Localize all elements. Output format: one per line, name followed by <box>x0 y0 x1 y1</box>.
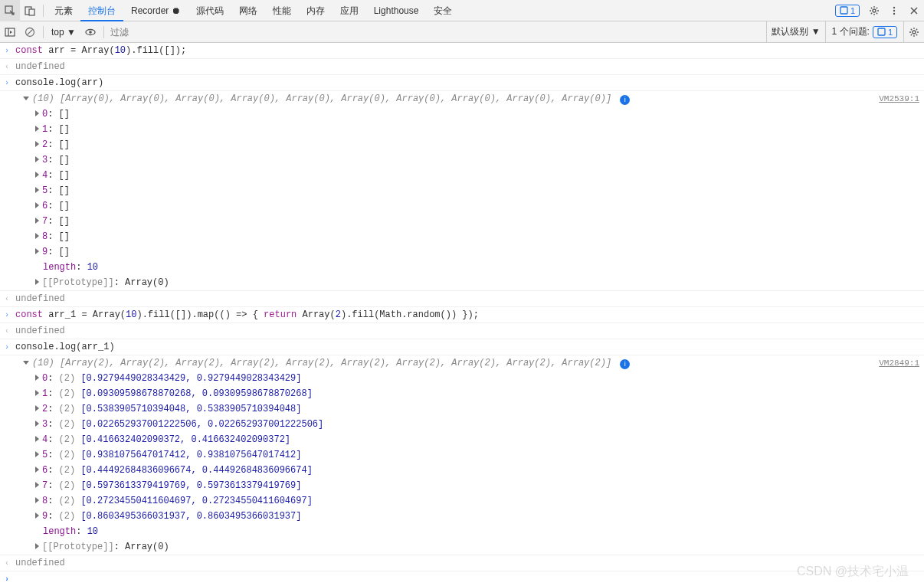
undefined-result: undefined <box>15 292 919 306</box>
expand-toggle-icon[interactable] <box>35 390 39 396</box>
svg-rect-2 <box>29 9 34 15</box>
tree-line[interactable]: length: 10 <box>0 524 924 539</box>
undefined-result: undefined <box>15 324 919 338</box>
expand-toggle-icon[interactable] <box>35 497 39 503</box>
expand-toggle-icon[interactable] <box>35 436 39 442</box>
output-chevron-icon: ‹ <box>5 61 12 74</box>
tree-line[interactable]: 5: (2) [0.9381075647017412, 0.9381075647… <box>0 447 924 463</box>
console-input-line[interactable]: › const arr = Array(10).fill([]); <box>0 43 924 59</box>
expand-toggle-icon[interactable] <box>35 141 39 147</box>
tree-line[interactable]: 4: (2) [0.416632402090372, 0.41663240209… <box>0 432 924 447</box>
input-chevron-icon: › <box>5 309 12 322</box>
tree-line[interactable]: [[Prototype]]: Array(0) <box>0 275 924 291</box>
info-icon[interactable]: i <box>620 359 630 369</box>
tab-安全[interactable]: 安全 <box>426 0 460 21</box>
expand-toggle-icon[interactable] <box>35 110 39 116</box>
issue-count[interactable]: 1 个问题: 1 <box>826 21 904 43</box>
console-input-line[interactable]: › console.log(arr) <box>0 75 924 91</box>
tab-应用[interactable]: 应用 <box>333 0 366 21</box>
log-level-selector[interactable]: 默认级别 ▼ <box>766 21 825 43</box>
expand-toggle-icon[interactable] <box>35 156 39 162</box>
issues-badge[interactable]: 1 <box>835 5 860 17</box>
clear-console-icon[interactable] <box>20 21 40 43</box>
console-log-line[interactable]: (10) [Array(2), Array(2), Array(2), Arra… <box>0 355 924 371</box>
tabs-container: 元素控制台Recorder ⏺源代码网络性能内存应用Lighthouse安全 <box>47 0 460 21</box>
devtools-toolbar: 元素控制台Recorder ⏺源代码网络性能内存应用Lighthouse安全 1 <box>0 0 924 21</box>
input-chevron-icon: › <box>5 341 12 355</box>
tree-line[interactable]: 4: [] <box>0 168 924 183</box>
console-input-line[interactable]: › console.log(arr_1) <box>0 339 924 355</box>
expand-toggle-icon[interactable] <box>35 375 39 381</box>
expand-toggle-icon[interactable] <box>35 405 39 411</box>
console-input-line[interactable]: › const arr_1 = Array(10).fill([]).map((… <box>0 307 924 323</box>
expand-toggle-icon[interactable] <box>35 218 39 224</box>
close-icon[interactable] <box>904 0 924 21</box>
live-expression-icon[interactable] <box>80 21 100 43</box>
console-output: › const arr = Array(10).fill([]); ‹ unde… <box>0 43 924 586</box>
tab-Lighthouse[interactable]: Lighthouse <box>366 0 427 21</box>
console-prompt[interactable]: › <box>0 571 924 586</box>
console-settings-icon[interactable] <box>904 21 924 43</box>
info-icon[interactable]: i <box>620 95 630 105</box>
console-result-line: ‹ undefined <box>0 555 924 571</box>
svg-point-5 <box>893 6 895 8</box>
tree-line[interactable]: [[Prototype]]: Array(0) <box>0 539 924 555</box>
expand-toggle-icon[interactable] <box>35 233 39 239</box>
tree-line[interactable]: 9: (2) [0.8603495366031937, 0.8603495366… <box>0 509 924 524</box>
more-icon[interactable] <box>884 0 904 21</box>
tree-line[interactable]: 3: [] <box>0 152 924 168</box>
expand-toggle-icon[interactable] <box>35 126 39 132</box>
tree-line[interactable]: 1: [] <box>0 122 924 137</box>
tab-网络[interactable]: 网络 <box>231 0 265 21</box>
expand-toggle-icon[interactable] <box>35 451 39 457</box>
expand-toggle-icon[interactable] <box>35 279 39 285</box>
filter-input[interactable] <box>107 24 766 41</box>
source-link[interactable]: VM2849:1 <box>863 356 919 370</box>
svg-marker-10 <box>10 31 12 34</box>
array-tree: 0: []1: []2: []3: []4: []5: []6: []7: []… <box>0 106 924 260</box>
source-link[interactable]: VM2539:1 <box>863 92 919 106</box>
input-chevron-icon: › <box>5 44 12 58</box>
expand-toggle-icon[interactable] <box>35 421 39 427</box>
device-icon[interactable] <box>20 0 40 21</box>
expand-toggle-icon[interactable] <box>35 543 39 549</box>
tree-line[interactable]: 3: (2) [0.022652937001222506, 0.02265293… <box>0 417 924 432</box>
expand-toggle-icon[interactable] <box>35 172 39 178</box>
tab-源代码[interactable]: 源代码 <box>188 0 231 21</box>
expand-toggle-icon[interactable] <box>23 361 29 365</box>
tree-line[interactable]: 6: [] <box>0 198 924 214</box>
expand-toggle-icon[interactable] <box>23 97 29 100</box>
expand-toggle-icon[interactable] <box>35 187 39 193</box>
expand-toggle-icon[interactable] <box>35 202 39 208</box>
settings-icon[interactable] <box>864 0 884 21</box>
tab-元素[interactable]: 元素 <box>47 0 80 21</box>
tab-性能[interactable]: 性能 <box>265 0 299 21</box>
expand-toggle-icon[interactable] <box>35 482 39 488</box>
tree-line[interactable]: 2: [] <box>0 137 924 152</box>
tree-line[interactable]: 8: (2) [0.27234550411604697, 0.272345504… <box>0 493 924 509</box>
tab-内存[interactable]: 内存 <box>299 0 333 21</box>
issue-count-badge: 1 <box>873 26 897 38</box>
tree-line[interactable]: 1: (2) [0.09309598678870268, 0.093095986… <box>0 386 924 401</box>
inspect-icon[interactable] <box>0 0 20 21</box>
tree-line[interactable]: 8: [] <box>0 229 924 244</box>
toggle-sidebar-icon[interactable] <box>0 21 20 43</box>
context-selector[interactable]: top ▼ <box>47 24 80 41</box>
undefined-result: undefined <box>15 60 919 74</box>
tree-line[interactable]: 7: [] <box>0 214 924 229</box>
tree-line[interactable]: 7: (2) [0.5973613379419769, 0.5973613379… <box>0 478 924 493</box>
tree-line[interactable]: 0: [] <box>0 106 924 122</box>
svg-point-16 <box>913 31 916 34</box>
expand-toggle-icon[interactable] <box>35 512 39 519</box>
tree-line[interactable]: 2: (2) [0.5383905710394048, 0.5383905710… <box>0 401 924 417</box>
expand-toggle-icon[interactable] <box>35 467 39 473</box>
tree-line[interactable]: 0: (2) [0.9279449028343429, 0.9279449028… <box>0 371 924 386</box>
expand-toggle-icon[interactable] <box>35 248 39 254</box>
tree-line[interactable]: 5: [] <box>0 183 924 198</box>
tab-Recorder ⏺[interactable]: Recorder ⏺ <box>123 0 188 21</box>
tree-line[interactable]: 9: [] <box>0 244 924 260</box>
tab-控制台[interactable]: 控制台 <box>80 0 123 21</box>
tree-line[interactable]: 6: (2) [0.44492684836096674, 0.444926848… <box>0 463 924 478</box>
console-log-line[interactable]: (10) [Array(0), Array(0), Array(0), Arra… <box>0 91 924 106</box>
tree-line[interactable]: length: 10 <box>0 260 924 275</box>
